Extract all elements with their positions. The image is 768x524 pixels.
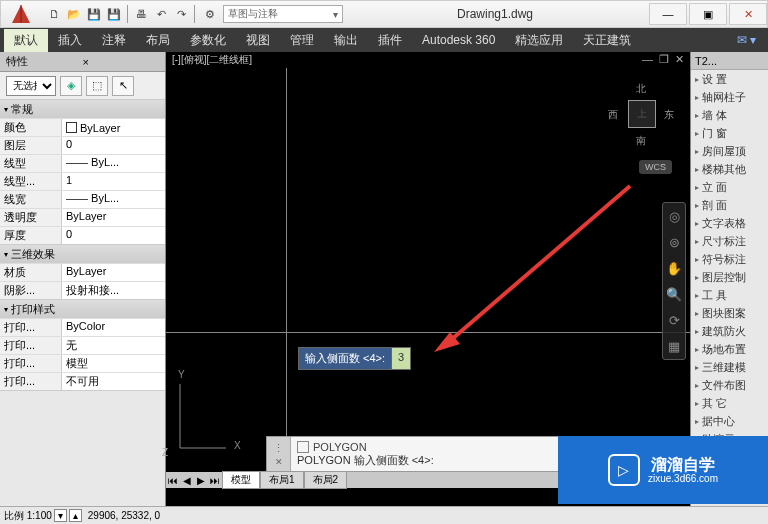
- palette-item[interactable]: 文字表格: [691, 214, 768, 232]
- property-row[interactable]: 材质ByLayer: [0, 263, 165, 281]
- workspace-combo[interactable]: 草图与注释▾: [223, 5, 343, 23]
- property-row[interactable]: 打印...模型: [0, 354, 165, 372]
- palette-item[interactable]: 门 窗: [691, 124, 768, 142]
- tab-annotate[interactable]: 注释: [92, 29, 136, 52]
- tab-model[interactable]: 模型: [222, 471, 260, 489]
- quickselect-icon[interactable]: ◈: [60, 76, 82, 96]
- property-value[interactable]: 1: [62, 173, 165, 190]
- property-row[interactable]: 打印...不可用: [0, 372, 165, 390]
- property-row[interactable]: 线型—— ByL...: [0, 154, 165, 172]
- property-row[interactable]: 线宽—— ByL...: [0, 190, 165, 208]
- property-value[interactable]: ByColor: [62, 319, 165, 336]
- palette-item[interactable]: 尺寸标注: [691, 232, 768, 250]
- doc-minimize-icon[interactable]: —: [642, 53, 653, 66]
- zoom-icon[interactable]: 🔍: [665, 285, 683, 303]
- doc-restore-icon[interactable]: ❐: [659, 53, 669, 66]
- tab-output[interactable]: 输出: [324, 29, 368, 52]
- view-cube[interactable]: 北 南 西 东 上: [606, 80, 676, 150]
- palette-item[interactable]: 房间屋顶: [691, 142, 768, 160]
- workspace-icon[interactable]: ⚙: [201, 5, 219, 23]
- selection-combo[interactable]: 无选择: [6, 76, 56, 96]
- wcs-badge[interactable]: WCS: [639, 160, 672, 174]
- tab-layout[interactable]: 布局: [136, 29, 180, 52]
- help-icon[interactable]: ✉ ▾: [729, 33, 764, 47]
- pan-icon[interactable]: ✋: [665, 259, 683, 277]
- dynamic-input-value[interactable]: 3: [391, 348, 410, 369]
- tab-insert[interactable]: 插入: [48, 29, 92, 52]
- property-value[interactable]: ByLayer: [62, 119, 165, 136]
- property-value[interactable]: 不可用: [62, 373, 165, 390]
- section-plot[interactable]: 打印样式: [0, 300, 165, 318]
- palette-item[interactable]: 场地布置: [691, 340, 768, 358]
- open-icon[interactable]: 📂: [65, 5, 83, 23]
- tab-addins[interactable]: 插件: [368, 29, 412, 52]
- property-value[interactable]: 无: [62, 337, 165, 354]
- palette-item[interactable]: 符号标注: [691, 250, 768, 268]
- property-row[interactable]: 透明度ByLayer: [0, 208, 165, 226]
- panel-close-icon[interactable]: ×: [83, 56, 160, 68]
- section-3d[interactable]: 三维效果: [0, 245, 165, 263]
- close-button[interactable]: ✕: [729, 3, 767, 25]
- palette-item[interactable]: 图层控制: [691, 268, 768, 286]
- property-row[interactable]: 打印...无: [0, 336, 165, 354]
- undo-icon[interactable]: ↶: [152, 5, 170, 23]
- tab-layout1[interactable]: 布局1: [260, 471, 304, 489]
- property-row[interactable]: 阴影...投射和接...: [0, 281, 165, 299]
- palette-item[interactable]: 楼梯其他: [691, 160, 768, 178]
- tab-featured[interactable]: 精选应用: [505, 29, 573, 52]
- tab-last-icon[interactable]: ⏭: [208, 475, 222, 486]
- property-row[interactable]: 打印...ByColor: [0, 318, 165, 336]
- property-value[interactable]: 投射和接...: [62, 282, 165, 299]
- tab-next-icon[interactable]: ▶: [194, 475, 208, 486]
- property-row[interactable]: 图层0: [0, 136, 165, 154]
- property-value[interactable]: ByLayer: [62, 209, 165, 226]
- section-general[interactable]: 常规: [0, 100, 165, 118]
- print-icon[interactable]: 🖶: [132, 5, 150, 23]
- palette-item[interactable]: 设 置: [691, 70, 768, 88]
- redo-icon[interactable]: ↷: [172, 5, 190, 23]
- property-value[interactable]: —— ByL...: [62, 191, 165, 208]
- palette-item[interactable]: 剖 面: [691, 196, 768, 214]
- showmotion-icon[interactable]: ▦: [665, 337, 683, 355]
- viewport-label[interactable]: [-][俯视][二维线框]: [166, 52, 690, 68]
- pickadd-icon[interactable]: ⬚: [86, 76, 108, 96]
- palette-item[interactable]: 图块图案: [691, 304, 768, 322]
- palette-item[interactable]: 轴网柱子: [691, 88, 768, 106]
- maximize-button[interactable]: ▣: [689, 3, 727, 25]
- tab-view[interactable]: 视图: [236, 29, 280, 52]
- palette-item[interactable]: 墙 体: [691, 106, 768, 124]
- orbit-icon[interactable]: ⟳: [665, 311, 683, 329]
- wheel-icon[interactable]: ⊚: [665, 233, 683, 251]
- scale-up-button[interactable]: ▴: [69, 509, 82, 522]
- property-value[interactable]: ByLayer: [62, 264, 165, 281]
- tab-prev-icon[interactable]: ◀: [180, 475, 194, 486]
- palette-item[interactable]: 工 具: [691, 286, 768, 304]
- palette-item[interactable]: 立 面: [691, 178, 768, 196]
- tab-layout2[interactable]: 布局2: [304, 471, 348, 489]
- palette-item[interactable]: 文件布图: [691, 376, 768, 394]
- tab-default[interactable]: 默认: [4, 29, 48, 52]
- property-row[interactable]: 颜色ByLayer: [0, 118, 165, 136]
- tab-parametric[interactable]: 参数化: [180, 29, 236, 52]
- tab-first-icon[interactable]: ⏮: [166, 475, 180, 486]
- new-icon[interactable]: 🗋: [45, 5, 63, 23]
- app-logo[interactable]: [1, 1, 41, 27]
- save-icon[interactable]: 💾: [85, 5, 103, 23]
- property-row[interactable]: 厚度0: [0, 226, 165, 244]
- commandline-grip[interactable]: ⋮✕: [267, 437, 291, 471]
- palette-item[interactable]: 建筑防火: [691, 322, 768, 340]
- property-value[interactable]: 0: [62, 227, 165, 244]
- tab-a360[interactable]: Autodesk 360: [412, 30, 505, 50]
- tab-tangent[interactable]: 天正建筑: [573, 29, 641, 52]
- scale-down-button[interactable]: ▾: [54, 509, 67, 522]
- fullnav-icon[interactable]: ◎: [665, 207, 683, 225]
- property-value[interactable]: 0: [62, 137, 165, 154]
- palette-item[interactable]: 其 它: [691, 394, 768, 412]
- tab-manage[interactable]: 管理: [280, 29, 324, 52]
- property-value[interactable]: —— ByL...: [62, 155, 165, 172]
- select-icon[interactable]: ↖: [112, 76, 134, 96]
- palette-item[interactable]: 据中心: [691, 412, 768, 430]
- property-value[interactable]: 模型: [62, 355, 165, 372]
- doc-close-icon[interactable]: ✕: [675, 53, 684, 66]
- saveas-icon[interactable]: 💾: [105, 5, 123, 23]
